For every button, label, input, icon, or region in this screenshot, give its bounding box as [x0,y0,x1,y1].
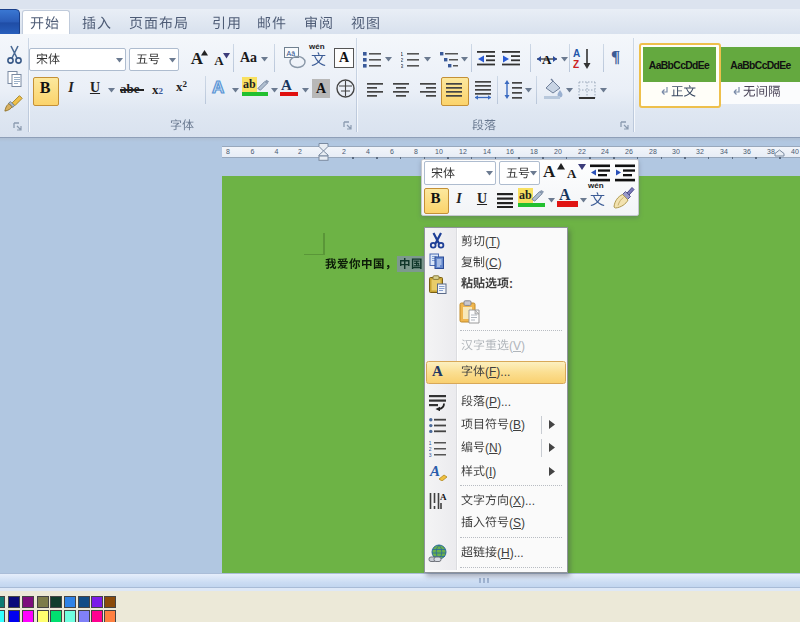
svg-text:A: A [542,52,552,67]
svg-text:A: A [440,492,447,502]
svg-text:3: 3 [401,63,404,69]
svg-text:Aā: Aā [287,50,296,57]
svg-text:Z: Z [573,59,579,70]
svg-text:A: A [573,48,580,59]
svg-text:3: 3 [429,452,432,457]
